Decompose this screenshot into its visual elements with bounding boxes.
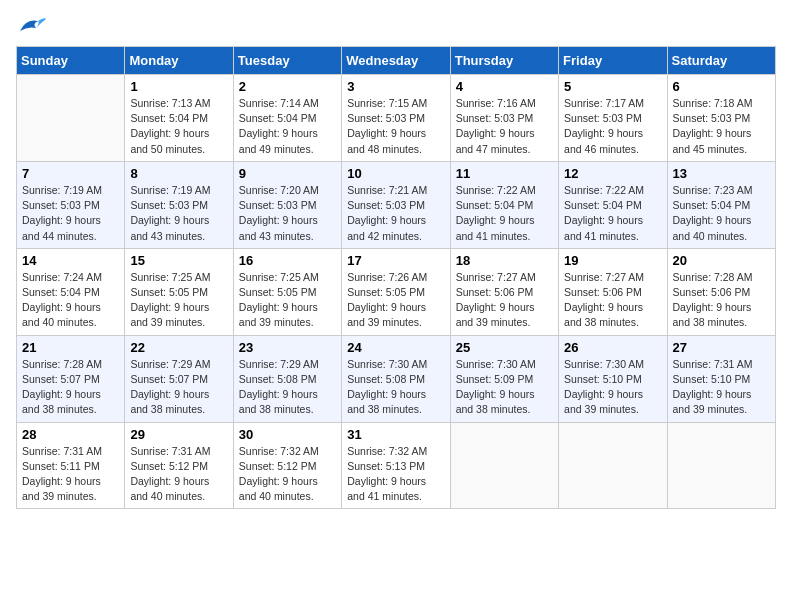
day-number: 19 — [564, 253, 661, 268]
day-number: 22 — [130, 340, 227, 355]
day-number: 5 — [564, 79, 661, 94]
day-number: 15 — [130, 253, 227, 268]
day-info: Sunrise: 7:22 AMSunset: 5:04 PMDaylight:… — [456, 183, 553, 244]
day-header-thursday: Thursday — [450, 47, 558, 75]
day-number: 25 — [456, 340, 553, 355]
day-header-tuesday: Tuesday — [233, 47, 341, 75]
day-info: Sunrise: 7:19 AMSunset: 5:03 PMDaylight:… — [130, 183, 227, 244]
day-info: Sunrise: 7:16 AMSunset: 5:03 PMDaylight:… — [456, 96, 553, 157]
day-info: Sunrise: 7:18 AMSunset: 5:03 PMDaylight:… — [673, 96, 770, 157]
calendar-body: 1Sunrise: 7:13 AMSunset: 5:04 PMDaylight… — [17, 75, 776, 509]
day-info: Sunrise: 7:29 AMSunset: 5:07 PMDaylight:… — [130, 357, 227, 418]
calendar-cell: 29Sunrise: 7:31 AMSunset: 5:12 PMDayligh… — [125, 422, 233, 509]
week-row-2: 7Sunrise: 7:19 AMSunset: 5:03 PMDaylight… — [17, 161, 776, 248]
day-number: 10 — [347, 166, 444, 181]
day-header-monday: Monday — [125, 47, 233, 75]
day-info: Sunrise: 7:13 AMSunset: 5:04 PMDaylight:… — [130, 96, 227, 157]
day-number: 18 — [456, 253, 553, 268]
calendar-cell: 26Sunrise: 7:30 AMSunset: 5:10 PMDayligh… — [559, 335, 667, 422]
calendar-cell: 5Sunrise: 7:17 AMSunset: 5:03 PMDaylight… — [559, 75, 667, 162]
page-header — [16, 16, 776, 34]
day-info: Sunrise: 7:22 AMSunset: 5:04 PMDaylight:… — [564, 183, 661, 244]
day-info: Sunrise: 7:26 AMSunset: 5:05 PMDaylight:… — [347, 270, 444, 331]
calendar-cell: 10Sunrise: 7:21 AMSunset: 5:03 PMDayligh… — [342, 161, 450, 248]
day-info: Sunrise: 7:14 AMSunset: 5:04 PMDaylight:… — [239, 96, 336, 157]
day-number: 29 — [130, 427, 227, 442]
calendar-cell: 24Sunrise: 7:30 AMSunset: 5:08 PMDayligh… — [342, 335, 450, 422]
day-number: 24 — [347, 340, 444, 355]
day-number: 20 — [673, 253, 770, 268]
calendar-cell: 15Sunrise: 7:25 AMSunset: 5:05 PMDayligh… — [125, 248, 233, 335]
calendar-cell: 19Sunrise: 7:27 AMSunset: 5:06 PMDayligh… — [559, 248, 667, 335]
day-info: Sunrise: 7:15 AMSunset: 5:03 PMDaylight:… — [347, 96, 444, 157]
day-number: 4 — [456, 79, 553, 94]
day-info: Sunrise: 7:28 AMSunset: 5:06 PMDaylight:… — [673, 270, 770, 331]
day-of-week-row: SundayMondayTuesdayWednesdayThursdayFrid… — [17, 47, 776, 75]
calendar-cell: 30Sunrise: 7:32 AMSunset: 5:12 PMDayligh… — [233, 422, 341, 509]
day-number: 2 — [239, 79, 336, 94]
calendar-cell: 28Sunrise: 7:31 AMSunset: 5:11 PMDayligh… — [17, 422, 125, 509]
day-info: Sunrise: 7:28 AMSunset: 5:07 PMDaylight:… — [22, 357, 119, 418]
day-info: Sunrise: 7:27 AMSunset: 5:06 PMDaylight:… — [564, 270, 661, 331]
calendar-cell — [17, 75, 125, 162]
calendar-cell: 21Sunrise: 7:28 AMSunset: 5:07 PMDayligh… — [17, 335, 125, 422]
week-row-5: 28Sunrise: 7:31 AMSunset: 5:11 PMDayligh… — [17, 422, 776, 509]
logo-bird-icon — [18, 16, 46, 36]
calendar-cell: 7Sunrise: 7:19 AMSunset: 5:03 PMDaylight… — [17, 161, 125, 248]
day-number: 21 — [22, 340, 119, 355]
calendar-cell: 1Sunrise: 7:13 AMSunset: 5:04 PMDaylight… — [125, 75, 233, 162]
calendar-cell: 16Sunrise: 7:25 AMSunset: 5:05 PMDayligh… — [233, 248, 341, 335]
calendar-cell: 17Sunrise: 7:26 AMSunset: 5:05 PMDayligh… — [342, 248, 450, 335]
day-number: 28 — [22, 427, 119, 442]
day-number: 3 — [347, 79, 444, 94]
calendar-cell: 6Sunrise: 7:18 AMSunset: 5:03 PMDaylight… — [667, 75, 775, 162]
week-row-4: 21Sunrise: 7:28 AMSunset: 5:07 PMDayligh… — [17, 335, 776, 422]
day-number: 30 — [239, 427, 336, 442]
day-number: 7 — [22, 166, 119, 181]
day-info: Sunrise: 7:32 AMSunset: 5:13 PMDaylight:… — [347, 444, 444, 505]
day-info: Sunrise: 7:31 AMSunset: 5:10 PMDaylight:… — [673, 357, 770, 418]
day-header-friday: Friday — [559, 47, 667, 75]
calendar-cell: 22Sunrise: 7:29 AMSunset: 5:07 PMDayligh… — [125, 335, 233, 422]
calendar-cell: 12Sunrise: 7:22 AMSunset: 5:04 PMDayligh… — [559, 161, 667, 248]
calendar-cell: 8Sunrise: 7:19 AMSunset: 5:03 PMDaylight… — [125, 161, 233, 248]
day-info: Sunrise: 7:27 AMSunset: 5:06 PMDaylight:… — [456, 270, 553, 331]
day-info: Sunrise: 7:30 AMSunset: 5:10 PMDaylight:… — [564, 357, 661, 418]
day-number: 14 — [22, 253, 119, 268]
day-number: 1 — [130, 79, 227, 94]
day-number: 16 — [239, 253, 336, 268]
calendar-cell: 18Sunrise: 7:27 AMSunset: 5:06 PMDayligh… — [450, 248, 558, 335]
calendar-cell: 11Sunrise: 7:22 AMSunset: 5:04 PMDayligh… — [450, 161, 558, 248]
day-info: Sunrise: 7:24 AMSunset: 5:04 PMDaylight:… — [22, 270, 119, 331]
calendar-cell: 23Sunrise: 7:29 AMSunset: 5:08 PMDayligh… — [233, 335, 341, 422]
day-number: 8 — [130, 166, 227, 181]
day-number: 27 — [673, 340, 770, 355]
calendar-cell — [667, 422, 775, 509]
calendar-cell — [559, 422, 667, 509]
calendar-cell: 2Sunrise: 7:14 AMSunset: 5:04 PMDaylight… — [233, 75, 341, 162]
day-info: Sunrise: 7:31 AMSunset: 5:12 PMDaylight:… — [130, 444, 227, 505]
day-header-wednesday: Wednesday — [342, 47, 450, 75]
day-header-saturday: Saturday — [667, 47, 775, 75]
week-row-3: 14Sunrise: 7:24 AMSunset: 5:04 PMDayligh… — [17, 248, 776, 335]
day-info: Sunrise: 7:20 AMSunset: 5:03 PMDaylight:… — [239, 183, 336, 244]
day-info: Sunrise: 7:31 AMSunset: 5:11 PMDaylight:… — [22, 444, 119, 505]
day-number: 12 — [564, 166, 661, 181]
day-number: 17 — [347, 253, 444, 268]
calendar-cell: 14Sunrise: 7:24 AMSunset: 5:04 PMDayligh… — [17, 248, 125, 335]
week-row-1: 1Sunrise: 7:13 AMSunset: 5:04 PMDaylight… — [17, 75, 776, 162]
calendar-cell: 25Sunrise: 7:30 AMSunset: 5:09 PMDayligh… — [450, 335, 558, 422]
calendar-cell: 4Sunrise: 7:16 AMSunset: 5:03 PMDaylight… — [450, 75, 558, 162]
logo — [16, 16, 46, 34]
day-number: 26 — [564, 340, 661, 355]
calendar-cell: 13Sunrise: 7:23 AMSunset: 5:04 PMDayligh… — [667, 161, 775, 248]
calendar-cell — [450, 422, 558, 509]
day-info: Sunrise: 7:23 AMSunset: 5:04 PMDaylight:… — [673, 183, 770, 244]
day-info: Sunrise: 7:19 AMSunset: 5:03 PMDaylight:… — [22, 183, 119, 244]
day-number: 31 — [347, 427, 444, 442]
day-number: 23 — [239, 340, 336, 355]
day-info: Sunrise: 7:30 AMSunset: 5:08 PMDaylight:… — [347, 357, 444, 418]
day-info: Sunrise: 7:32 AMSunset: 5:12 PMDaylight:… — [239, 444, 336, 505]
day-header-sunday: Sunday — [17, 47, 125, 75]
day-number: 13 — [673, 166, 770, 181]
